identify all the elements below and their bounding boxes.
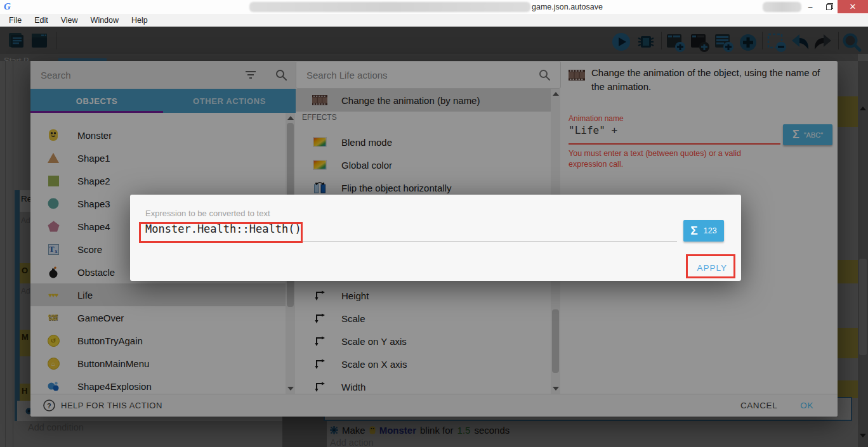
close-button[interactable]: ✕ bbox=[838, 0, 868, 13]
app-window: G game.json.autosave – ✕ FileEditViewWin… bbox=[0, 0, 868, 447]
window-title: game.json.autosave bbox=[532, 3, 603, 11]
maximize-icon bbox=[826, 3, 833, 10]
expression-field-label: Expression to be converted to text bbox=[145, 209, 270, 218]
gdevelop-logo-icon: G bbox=[4, 1, 15, 13]
annotation-apply-button-highlight bbox=[686, 254, 735, 278]
title-bar: G game.json.autosave – ✕ bbox=[0, 0, 868, 14]
menu-help[interactable]: Help bbox=[125, 16, 154, 25]
blurred-path-text bbox=[249, 2, 530, 12]
menu-bar: FileEditViewWindowHelp bbox=[0, 14, 868, 27]
menu-edit[interactable]: Edit bbox=[28, 16, 55, 25]
annotation-expression-input-highlight bbox=[139, 222, 303, 243]
blurred-text bbox=[763, 2, 801, 12]
menu-window[interactable]: Window bbox=[84, 16, 125, 25]
menu-file[interactable]: File bbox=[3, 16, 28, 25]
minimize-button[interactable]: – bbox=[801, 0, 820, 13]
open-number-expression-editor-button[interactable]: Σ 123 bbox=[683, 220, 724, 242]
menu-view[interactable]: View bbox=[55, 16, 84, 25]
maximize-button[interactable] bbox=[821, 0, 838, 13]
sigma-icon: Σ bbox=[690, 224, 697, 238]
